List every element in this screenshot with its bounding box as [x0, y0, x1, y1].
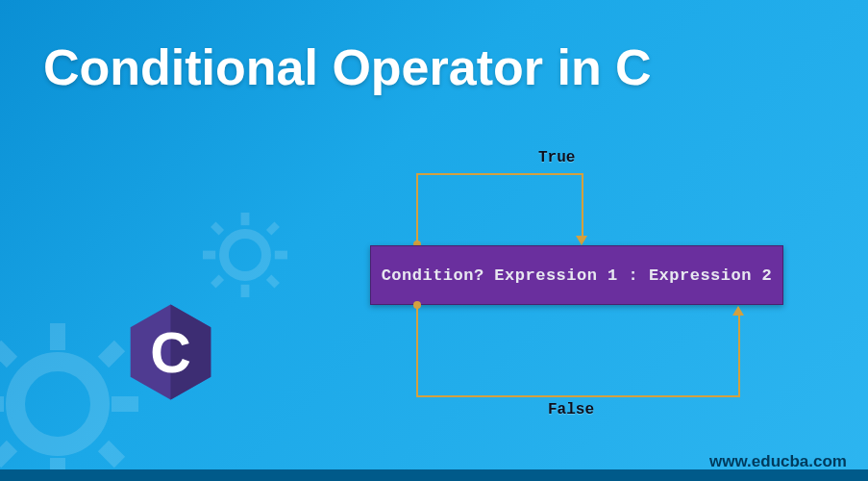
svg-rect-14: [211, 221, 224, 235]
page-title: Conditional Operator in C: [43, 38, 652, 96]
svg-rect-13: [275, 251, 287, 260]
svg-point-9: [224, 234, 266, 276]
flow-line: [416, 395, 740, 397]
flow-line: [416, 173, 418, 244]
svg-rect-10: [241, 213, 250, 225]
true-label: True: [538, 149, 575, 166]
flow-line: [416, 305, 418, 397]
arrow-down-icon: [576, 236, 587, 245]
svg-rect-1: [50, 323, 65, 350]
c-language-logo: C: [125, 300, 216, 404]
flow-line: [582, 173, 583, 238]
svg-rect-15: [266, 221, 280, 235]
svg-rect-11: [241, 285, 250, 297]
gear-icon: [192, 202, 298, 308]
arrow-up-icon: [732, 306, 744, 316]
syntax-text: Condition? Expression 1 : Expression 2: [382, 266, 773, 285]
svg-rect-17: [266, 274, 280, 288]
svg-rect-3: [0, 396, 4, 412]
svg-rect-7: [0, 441, 17, 468]
svg-rect-5: [0, 341, 17, 367]
svg-rect-16: [211, 274, 224, 288]
svg-rect-12: [203, 251, 215, 260]
conditional-operator-diagram: True Condition? Expression 1 : Expressio…: [356, 149, 798, 428]
watermark: www.educba.com: [709, 452, 847, 471]
syntax-box: Condition? Expression 1 : Expression 2: [370, 245, 783, 305]
flow-line: [416, 173, 583, 175]
false-label: False: [548, 401, 594, 418]
flow-line: [738, 315, 740, 397]
c-logo-letter: C: [150, 321, 191, 384]
svg-rect-8: [98, 441, 125, 468]
svg-rect-6: [98, 341, 125, 367]
svg-point-0: [15, 362, 100, 446]
